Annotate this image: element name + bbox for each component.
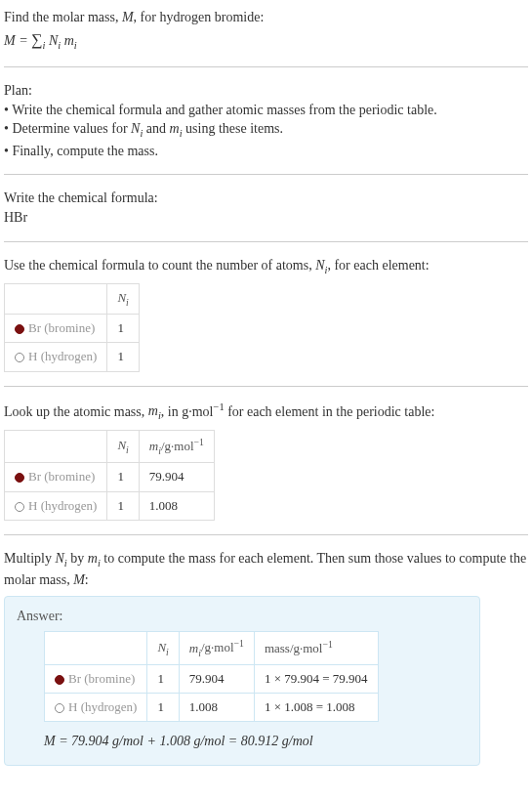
intro-text-2: , for hydrogen bromide: bbox=[134, 10, 265, 24]
atomic-mass-block: Look up the atomic mass, mi, in g·mol−1 … bbox=[4, 400, 528, 521]
table-row: H (hydrogen) 1 1.008 1 × 1.008 = 1.008 bbox=[45, 694, 379, 722]
final-text: = 79.904 g/mol + 1.008 g/mol = 80.912 g/… bbox=[56, 734, 313, 748]
final-answer: M = 79.904 g/mol + 1.008 g/mol = 80.912 … bbox=[44, 732, 468, 751]
divider bbox=[4, 174, 528, 175]
plan-bullet-3: • Finally, compute the mass. bbox=[4, 142, 528, 161]
plan-Ni: Ni bbox=[131, 121, 143, 136]
am-mi: mi bbox=[148, 403, 161, 418]
intro-block: Find the molar mass, M, for hydrogen bro… bbox=[4, 8, 528, 53]
col-mass: mass/g·mol−1 bbox=[254, 632, 378, 665]
formula-text: M = ∑i Ni mi bbox=[4, 33, 77, 48]
plan-bullet-1: • Write the chemical formula and gather … bbox=[4, 101, 528, 120]
bromine-swatch-icon bbox=[15, 473, 24, 483]
br-Ni: 1 bbox=[147, 664, 179, 693]
col-mi: mi/g·mol−1 bbox=[179, 632, 254, 665]
plan-block: Plan: • Write the chemical formula and g… bbox=[4, 81, 528, 160]
atomic-mass-table: Ni mi/g·mol−1 Br (bromine) 1 79.904 H (h… bbox=[4, 430, 215, 521]
hydrogen-swatch-icon bbox=[15, 502, 24, 512]
atomic-mass-text: Look up the atomic mass, mi, in g·mol−1 … bbox=[4, 400, 528, 424]
br-mass: 1 × 79.904 = 79.904 bbox=[254, 664, 378, 693]
plan-heading: Plan: bbox=[4, 81, 528, 101]
count-atoms-text: Use the chemical formula to count the nu… bbox=[4, 256, 528, 277]
col-mi: mi/g·mol−1 bbox=[139, 430, 214, 463]
divider bbox=[4, 386, 528, 387]
mul-prefix: Multiply bbox=[4, 551, 56, 566]
element-label: Br (bromine) bbox=[28, 320, 95, 335]
mul-mi: mi bbox=[88, 551, 101, 566]
bromine-swatch-icon bbox=[15, 324, 24, 334]
br-Ni: 1 bbox=[107, 463, 139, 491]
divider bbox=[4, 66, 528, 67]
count-prefix: Use the chemical formula to count the nu… bbox=[4, 258, 315, 273]
element-label: H (hydrogen) bbox=[28, 349, 97, 363]
table-row: H (hydrogen) 1 1.008 bbox=[5, 491, 215, 520]
answer-table: Ni mi/g·mol−1 mass/g·mol−1 Br (bromine) … bbox=[44, 631, 379, 722]
count-Ni: Ni bbox=[315, 258, 327, 273]
mul-Ni: Ni bbox=[56, 551, 67, 566]
h-mi: 1.008 bbox=[139, 491, 214, 520]
hydrogen-swatch-icon bbox=[15, 353, 24, 362]
br-mi: 79.904 bbox=[179, 664, 254, 693]
intro-formula: M = ∑i Ni mi bbox=[4, 29, 528, 53]
br-Ni: 1 bbox=[107, 315, 139, 343]
element-label: H (hydrogen) bbox=[68, 699, 137, 714]
final-M: M bbox=[44, 734, 56, 748]
h-Ni: 1 bbox=[147, 694, 179, 722]
am-mid: , in g·mol bbox=[161, 403, 214, 418]
neg1: −1 bbox=[194, 437, 204, 447]
intro-line: Find the molar mass, M, for hydrogen bro… bbox=[4, 8, 528, 27]
plan-mi: mi bbox=[170, 121, 183, 136]
h-mass: 1 × 1.008 = 1.008 bbox=[254, 694, 378, 722]
plan-b2-suffix: using these items. bbox=[183, 121, 283, 136]
element-label: Br (bromine) bbox=[68, 671, 135, 686]
col-Ni: Ni bbox=[147, 632, 179, 665]
table-row: Br (bromine) 1 79.904 1 × 79.904 = 79.90… bbox=[45, 664, 379, 693]
element-h: H (hydrogen) bbox=[5, 491, 107, 520]
mul-end: : bbox=[85, 572, 89, 587]
neg1: −1 bbox=[322, 639, 332, 650]
atom-count-table: Ni Br (bromine) 1 H (hydrogen) 1 bbox=[4, 283, 140, 372]
table-row: H (hydrogen) 1 bbox=[5, 343, 140, 371]
table-header-row: Ni mi/g·mol−1 mass/g·mol−1 bbox=[45, 632, 379, 665]
h-mi: 1.008 bbox=[179, 694, 254, 722]
multiply-block: Multiply Ni by mi to compute the mass fo… bbox=[4, 549, 528, 766]
table-row: Br (bromine) 1 bbox=[5, 315, 140, 343]
am-prefix: Look up the atomic mass, bbox=[4, 403, 148, 418]
divider bbox=[4, 241, 528, 242]
element-label: Br (bromine) bbox=[28, 469, 95, 484]
element-br: Br (bromine) bbox=[5, 463, 107, 491]
multiply-text: Multiply Ni by mi to compute the mass fo… bbox=[4, 549, 528, 590]
divider bbox=[4, 534, 528, 535]
intro-M: M bbox=[122, 10, 134, 24]
table-header-row: Ni bbox=[5, 284, 140, 315]
plan-bullet-2: • Determine values for Ni and mi using t… bbox=[4, 119, 528, 141]
answer-label: Answer: bbox=[17, 607, 468, 626]
plan-b2-prefix: • Determine values for bbox=[4, 121, 131, 136]
am-suffix: for each element in the periodic table: bbox=[225, 403, 435, 418]
plan-b2-mid: and bbox=[143, 121, 169, 136]
intro-text: Find the molar mass, bbox=[4, 10, 122, 24]
element-h: H (hydrogen) bbox=[45, 694, 147, 722]
h-Ni: 1 bbox=[107, 491, 139, 520]
table-header-row: Ni mi/g·mol−1 bbox=[5, 430, 215, 463]
mass-label: mass/g·mol bbox=[265, 642, 323, 656]
chemical-formula: HBr bbox=[4, 208, 528, 228]
table-row: Br (bromine) 1 79.904 bbox=[5, 463, 215, 491]
write-formula-heading: Write the chemical formula: bbox=[4, 189, 528, 208]
col-Ni: Ni bbox=[107, 284, 139, 315]
h-Ni: 1 bbox=[107, 343, 139, 371]
col-Ni: Ni bbox=[107, 430, 139, 463]
element-br: Br (bromine) bbox=[45, 664, 147, 693]
bromine-swatch-icon bbox=[55, 675, 64, 685]
count-suffix: , for each element: bbox=[327, 258, 429, 273]
element-label: H (hydrogen) bbox=[28, 498, 97, 513]
write-formula-block: Write the chemical formula: HBr bbox=[4, 189, 528, 227]
am-neg1: −1 bbox=[213, 401, 224, 412]
mul-M: M bbox=[73, 572, 85, 587]
col-element bbox=[5, 284, 107, 315]
answer-panel: Answer: Ni mi/g·mol−1 mass/g·mol−1 Br (b… bbox=[4, 596, 480, 766]
mul-mid: by bbox=[67, 551, 88, 566]
element-h: H (hydrogen) bbox=[5, 343, 107, 371]
neg1: −1 bbox=[234, 638, 244, 649]
col-element bbox=[45, 632, 147, 665]
